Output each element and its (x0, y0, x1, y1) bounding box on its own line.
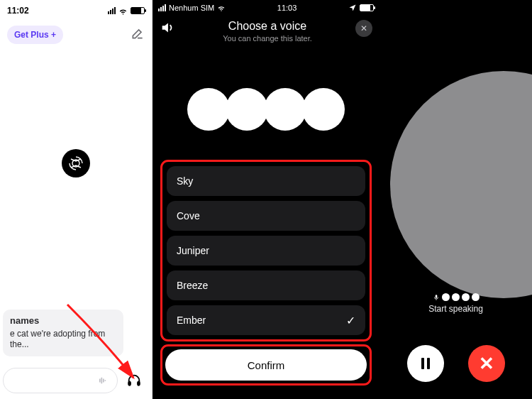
chatgpt-logo-icon (62, 149, 90, 177)
get-plus-label: Get Plus + (14, 30, 56, 40)
wifi-icon (217, 4, 226, 12)
battery-icon (131, 7, 145, 14)
voice-option-ember[interactable]: Ember ✓ (167, 305, 365, 335)
status-time: 11:02 (7, 6, 29, 16)
message-input[interactable] (3, 368, 118, 393)
phone-choose-voice-screen: Nenhum SIM 11:03 Choose a voice You can … (153, 0, 379, 399)
soundwave-icon (96, 373, 110, 388)
location-icon (348, 4, 357, 12)
end-call-button[interactable]: ✕ (468, 345, 505, 382)
speaker-button[interactable] (160, 20, 179, 38)
cellular-icon (158, 4, 166, 11)
voice-option-label: Juniper (177, 245, 209, 256)
status-time: 11:03 (277, 4, 297, 12)
get-plus-button[interactable]: Get Plus + (7, 26, 63, 44)
cellular-icon (108, 7, 116, 14)
voice-chat-button[interactable] (122, 368, 146, 393)
check-icon: ✓ (346, 314, 355, 327)
confirm-button[interactable]: Confirm (165, 349, 367, 381)
voice-option-breeze[interactable]: Breeze (167, 270, 365, 300)
battery-icon (360, 4, 374, 11)
phone-chat-screen: 11:02 Get Plus + names e cat we're adopt… (0, 0, 153, 399)
start-speaking-block: Start speaking (379, 293, 532, 314)
carrier-label: Nenhum SIM (169, 4, 214, 12)
speaker-icon (160, 20, 175, 35)
suggestion-card[interactable]: names e cat we're adopting from the... (3, 310, 123, 356)
mic-icon (433, 294, 440, 301)
voice-option-label: Ember (177, 315, 206, 326)
svg-rect-1 (128, 381, 131, 386)
pause-button[interactable] (407, 345, 444, 382)
suggestion-body: e cat we're adopting from the... (10, 329, 116, 351)
close-button[interactable]: ✕ (355, 20, 372, 37)
close-icon: ✕ (360, 23, 367, 33)
voice-option-sky[interactable]: Sky (167, 166, 365, 196)
suggestion-title: names (10, 315, 116, 327)
voice-list: Sky Cove Juniper Breeze Ember ✓ (162, 162, 370, 339)
svg-rect-3 (435, 295, 437, 298)
compose-icon[interactable] (131, 26, 145, 43)
page-title: Choose a voice (179, 20, 355, 33)
wifi-icon (118, 6, 128, 16)
page-subtitle: You can change this later. (179, 34, 355, 43)
voice-option-label: Sky (177, 175, 193, 187)
headphones-icon (126, 373, 142, 388)
phone-voice-session-screen: Start speaking ✕ (379, 0, 532, 399)
voice-visualizer-circle (390, 71, 532, 298)
status-bar: 11:02 (0, 0, 152, 21)
voice-option-label: Cove (177, 210, 200, 222)
pause-icon (421, 358, 430, 369)
svg-rect-2 (138, 381, 140, 386)
voice-option-label: Breeze (177, 280, 208, 291)
status-bar: Nenhum SIM 11:03 (153, 0, 379, 16)
voice-option-cove[interactable]: Cove (167, 201, 365, 231)
start-speaking-label: Start speaking (379, 304, 532, 314)
voice-option-juniper[interactable]: Juniper (167, 236, 365, 266)
close-icon: ✕ (479, 354, 494, 373)
voice-orbs-visual (153, 88, 379, 142)
